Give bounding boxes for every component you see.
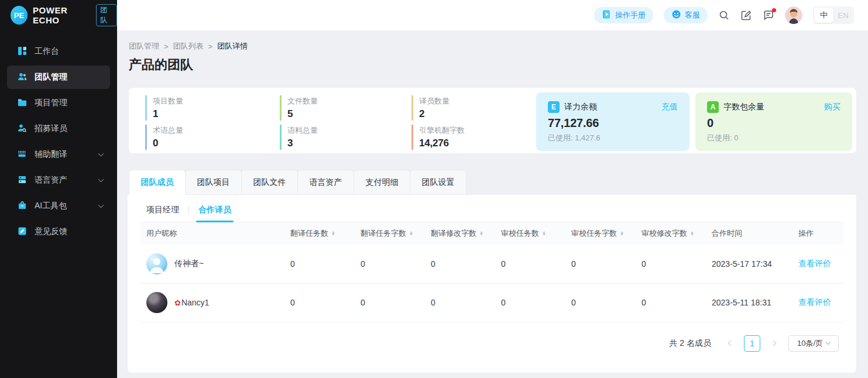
breadcrumb-team-detail: 团队详情 (217, 41, 248, 51)
recharge-link[interactable]: 充值 (661, 102, 678, 112)
word-package-icon: A (707, 101, 719, 113)
sidebar: PE POWER ECHO 团队 工作台 团队管理 项目管 (0, 0, 117, 378)
recruit-icon (18, 123, 27, 135)
page-size-select[interactable]: 10条/页 (788, 335, 839, 352)
power-balance-used: 已使用: 1,427.6 (548, 133, 678, 143)
tab-team-members[interactable]: 团队成员 (129, 170, 186, 195)
brand-name: POWER ECHO (33, 5, 91, 25)
table-header-row: 用户昵称 翻译任务数▲▼ 翻译任务字数▲▼ 翻译修改字数▲▼ 审校任务数▲▼ 审… (140, 222, 843, 245)
sidebar-item-feedback[interactable]: 意见反馈 (7, 220, 110, 243)
sidebar-item-ai-toolkit[interactable]: AI工具包 (7, 194, 110, 218)
stat-translator-count: 译员数量 2 (411, 95, 523, 121)
page-title: 产品的团队 (129, 56, 193, 74)
sort-icon[interactable]: ▲▼ (690, 231, 694, 236)
cell-value: 0 (638, 283, 708, 322)
col-translation-tasks[interactable]: 翻译任务数▲▼ (287, 222, 357, 245)
search-icon[interactable] (718, 9, 730, 21)
topbar: 操作手册 客服 中 EN (117, 0, 868, 30)
language-assets-icon (18, 175, 27, 186)
lang-zh-button[interactable]: 中 (814, 8, 833, 23)
col-review-edited-words[interactable]: 审校修改字数▲▼ (638, 222, 708, 245)
sidebar-item-project-management[interactable]: 项目管理 (7, 91, 110, 115)
sidebar-item-label: 语言资产 (35, 175, 91, 185)
stat-label: 术语总量 (153, 125, 256, 136)
chevron-down-icon (98, 150, 104, 156)
word-package-label: 字数包余量 (723, 102, 819, 112)
col-translation-words[interactable]: 翻译任务字数▲▼ (357, 222, 427, 245)
breadcrumb-team-management[interactable]: 团队管理 (129, 41, 159, 51)
sidebar-item-workbench[interactable]: 工作台 (7, 40, 110, 63)
manual-book-icon (602, 9, 612, 21)
breadcrumb-separator: > (164, 42, 169, 51)
stat-value: 1 (153, 108, 256, 120)
member-avatar (146, 253, 167, 274)
sidebar-item-label: 辅助翻译 (35, 149, 91, 160)
manual-button[interactable]: 操作手册 (594, 7, 653, 23)
view-review-link[interactable]: 查看评价 (798, 297, 831, 307)
subtab-label: 合作译员 (198, 205, 231, 215)
tab-language-assets[interactable]: 语言资产 (297, 170, 354, 195)
view-review-link[interactable]: 查看评价 (798, 259, 831, 268)
sidebar-item-label: 工作台 (35, 46, 103, 57)
stat-corpus-total: 语料总量 3 (280, 125, 391, 150)
cell-value: 0 (498, 283, 568, 322)
sort-icon[interactable]: ▲▼ (620, 231, 624, 236)
cell-value: 0 (287, 245, 357, 283)
member-avatar (146, 292, 167, 313)
prev-page-button[interactable] (722, 335, 738, 352)
support-label: 客服 (685, 10, 700, 20)
page-1-button[interactable]: 1 (744, 335, 760, 352)
toolkit-icon (18, 201, 27, 212)
breadcrumb-team-list[interactable]: 团队列表 (173, 41, 204, 51)
tab-team-settings[interactable]: 团队设置 (410, 170, 466, 195)
stat-value: 5 (287, 108, 391, 120)
next-page-button[interactable] (766, 335, 783, 352)
buy-link[interactable]: 购买 (824, 102, 840, 112)
col-actions: 操作 (795, 222, 843, 245)
sidebar-item-language-assets[interactable]: 语言资产 (7, 169, 110, 192)
stat-mt-words: 引擎机翻字数 14,276 (411, 125, 523, 150)
member-total-text: 共 2 名成员 (669, 338, 711, 349)
cell-value: 0 (427, 245, 498, 283)
power-balance-label: 译力余额 (564, 102, 657, 112)
sidebar-item-team-management[interactable]: 团队管理 (7, 66, 110, 89)
cell-time: 2023-5-11 18:31 (708, 283, 795, 322)
cell-time: 2023-5-17 17:34 (708, 245, 795, 283)
tab-team-projects[interactable]: 团队项目 (185, 170, 242, 195)
subtab-project-manager[interactable]: 项目经理 (146, 198, 179, 222)
brand-team-badge: 团队 (96, 4, 117, 26)
cell-value: 0 (357, 283, 427, 322)
lang-en-button[interactable]: EN (833, 8, 853, 23)
sidebar-item-recruit-translators[interactable]: 招募译员 (7, 117, 110, 140)
notification-badge (772, 8, 776, 12)
brand-area: PE POWER ECHO 团队 (0, 0, 117, 30)
col-review-words[interactable]: 审校任务字数▲▼ (568, 222, 638, 245)
col-translation-edited-words[interactable]: 翻译修改字数▲▼ (427, 222, 498, 245)
cell-value: 0 (638, 245, 708, 283)
table-row: 传神者~ 0 0 0 0 0 0 2023-5-17 17:34 查看评价 (140, 245, 843, 283)
user-avatar[interactable] (785, 6, 802, 24)
compose-icon[interactable] (740, 9, 752, 21)
sort-icon[interactable]: ▲▼ (331, 231, 335, 236)
tab-payment-details[interactable]: 支付明细 (354, 170, 410, 195)
sort-icon[interactable]: ▲▼ (542, 231, 546, 236)
breadcrumb-separator: > (208, 42, 213, 51)
stat-label: 译员数量 (419, 96, 523, 106)
support-button[interactable]: 客服 (664, 7, 708, 23)
tab-team-files[interactable]: 团队文件 (241, 170, 298, 195)
subtab-cooperating-translators[interactable]: 合作译员 (198, 198, 231, 222)
sort-icon[interactable]: ▲▼ (479, 231, 483, 236)
sidebar-item-assisted-translation[interactable]: 辅助翻译 (7, 143, 110, 166)
member-subtabs: 项目经理 合作译员 (140, 195, 843, 222)
brand-logo-icon: PE (11, 6, 28, 25)
detail-tabs: 团队成员 团队项目 团队文件 语言资产 支付明细 团队设置 (129, 170, 466, 195)
col-review-tasks[interactable]: 审校任务数▲▼ (498, 222, 568, 245)
team-icon (18, 72, 27, 83)
sort-icon[interactable]: ▲▼ (409, 231, 413, 236)
member-name: 传神者~ (174, 259, 204, 269)
messages-icon[interactable] (763, 9, 774, 21)
member-name: ✿Nancy1 (174, 298, 209, 307)
word-package-value: 0 (707, 116, 840, 130)
sidebar-item-label: 招募译员 (35, 123, 103, 134)
active-subtab-indicator (196, 221, 234, 222)
